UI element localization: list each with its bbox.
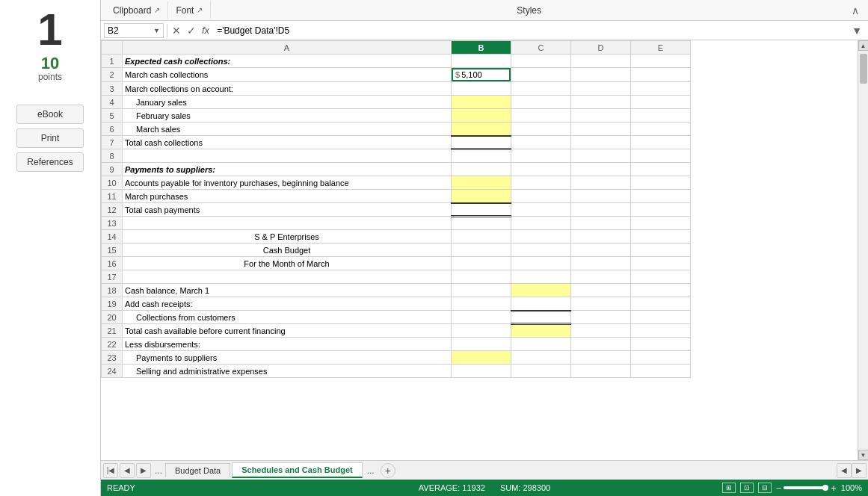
cell-e11[interactable] [631,190,691,203]
cell-d4[interactable] [571,96,631,109]
cell-b18[interactable] [452,284,511,297]
cell-b1[interactable] [452,55,511,68]
cell-d21[interactable] [571,324,631,338]
cell-c7[interactable] [511,136,571,149]
col-header-d[interactable]: D [571,41,631,55]
cell-c22[interactable] [511,338,571,351]
cell-a4[interactable]: January sales [123,96,452,109]
confirm-formula-icon[interactable]: ✓ [185,25,197,37]
spreadsheet[interactable]: A B C D E 1 Expected cash collections: [101,40,858,460]
cell-a14[interactable]: S & P Enterprises [123,230,452,244]
cell-a13[interactable] [123,217,452,230]
tab-nav-next[interactable]: ▶ [136,463,151,478]
col-header-b[interactable]: B [452,41,511,55]
cell-a5[interactable]: February sales [123,109,452,123]
cell-b12[interactable] [452,203,511,217]
cell-c20[interactable] [511,311,571,324]
tab-scroll-left[interactable]: ◀ [837,463,852,478]
cell-d11[interactable] [571,190,631,203]
cell-e24[interactable] [631,365,691,378]
cell-a15[interactable]: Cash Budget [123,244,452,257]
cell-b20[interactable] [452,311,511,324]
cell-c4[interactable] [511,96,571,109]
cell-e16[interactable] [631,257,691,270]
zoom-bar[interactable] [784,486,828,489]
cell-e6[interactable] [631,123,691,136]
cell-c19[interactable] [511,297,571,311]
cell-e1[interactable] [631,55,691,68]
cell-b4[interactable] [452,96,511,109]
cell-e18[interactable] [631,284,691,297]
cell-e3[interactable] [631,82,691,96]
cell-b2[interactable]: $ 5,100 [452,68,511,81]
cell-e22[interactable] [631,338,691,351]
cell-d19[interactable] [571,297,631,311]
cell-d9[interactable] [571,163,631,176]
cell-a12[interactable]: Total cash payments [123,203,452,217]
zoom-slider[interactable]: − + [776,483,837,494]
cell-b10[interactable] [452,176,511,190]
cell-e19[interactable] [631,297,691,311]
scroll-down-button[interactable]: ▼ [858,450,869,460]
cell-b16[interactable] [452,257,511,270]
page-break-icon[interactable]: ⊟ [758,483,772,493]
ebook-button[interactable]: eBook [16,105,84,124]
cell-c8[interactable] [511,149,571,163]
cell-a17[interactable] [123,270,452,284]
cell-b14[interactable] [452,230,511,244]
references-button[interactable]: References [16,152,84,172]
cell-d20[interactable] [571,311,631,324]
cell-b15[interactable] [452,244,511,257]
cell-c3[interactable] [511,82,571,96]
tab-add-button[interactable]: + [381,463,395,478]
cell-a7[interactable]: Total cash collections [123,136,452,149]
cell-a1[interactable]: Expected cash collections: [123,55,452,68]
cell-a6[interactable]: March sales [123,123,452,136]
cell-b21[interactable] [452,324,511,338]
toolbar-expand-button[interactable]: ∧ [847,4,864,16]
cell-a8[interactable] [123,149,452,163]
cell-d2[interactable] [571,68,631,82]
cell-a16[interactable]: For the Month of March [123,257,452,270]
cell-d15[interactable] [571,244,631,257]
tab-schedules[interactable]: Schedules and Cash Budget [232,462,363,478]
cell-a10[interactable]: Accounts payable for inventory purchases… [123,176,452,190]
cell-e20[interactable] [631,311,691,324]
cell-e14[interactable] [631,230,691,244]
cell-a9[interactable]: Payments to suppliers: [123,163,452,176]
page-view-icon[interactable]: ⊡ [740,483,754,493]
cell-b24[interactable] [452,365,511,378]
cell-a11[interactable]: March purchases [123,190,452,203]
cell-a24[interactable]: Selling and administrative expenses [123,365,452,378]
vertical-scrollbar[interactable]: ▲ ▼ [858,40,868,460]
formula-input[interactable] [214,25,849,36]
cell-e23[interactable] [631,351,691,365]
zoom-handle[interactable] [822,485,828,491]
cell-b5[interactable] [452,109,511,123]
cell-a22[interactable]: Less disbursements: [123,338,452,351]
tab-ellipsis-right[interactable]: ... [364,465,378,476]
cell-e13[interactable] [631,217,691,230]
cell-b17[interactable] [452,270,511,284]
cell-c12[interactable] [511,203,571,217]
cell-c10[interactable] [511,176,571,190]
zoom-plus-button[interactable]: + [831,483,837,494]
cell-c2[interactable] [511,68,571,82]
tab-scroll-right[interactable]: ▶ [852,463,867,478]
cell-b19[interactable] [452,297,511,311]
cell-e12[interactable] [631,203,691,217]
tab-nav-first[interactable]: |◀ [103,463,118,478]
cell-c23[interactable] [511,351,571,365]
cell-e15[interactable] [631,244,691,257]
cell-b9[interactable] [452,163,511,176]
cell-d6[interactable] [571,123,631,136]
font-arrow[interactable]: ↗ [197,6,203,14]
cell-d14[interactable] [571,230,631,244]
scroll-thumb[interactable] [860,54,867,84]
cell-c15[interactable] [511,244,571,257]
cell-e17[interactable] [631,270,691,284]
cell-d23[interactable] [571,351,631,365]
formula-dropdown-icon[interactable]: ▼ [849,25,865,37]
grid-view-icon[interactable]: ⊞ [722,483,736,493]
col-header-c[interactable]: C [511,41,571,55]
